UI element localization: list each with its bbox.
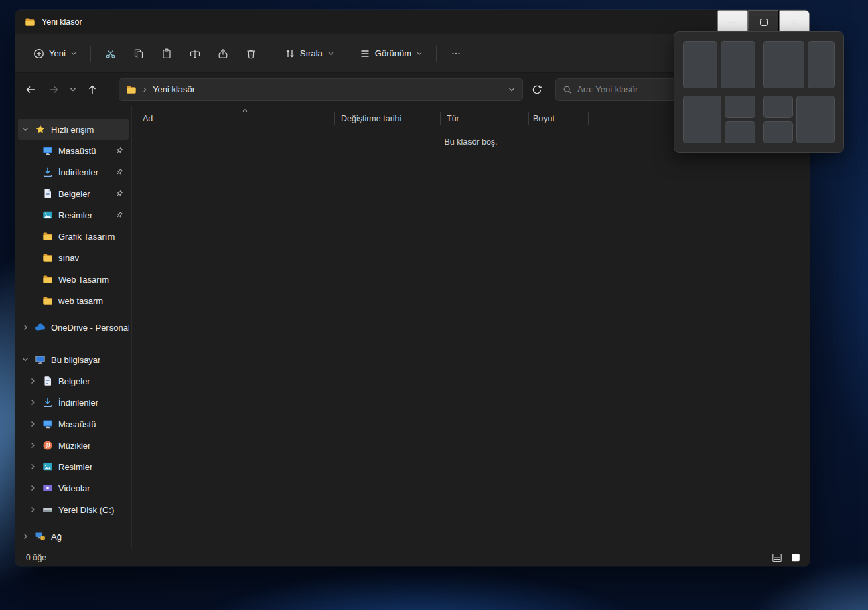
share-button[interactable] [210, 42, 236, 65]
snap-zone-top-left[interactable] [763, 96, 794, 118]
new-button[interactable]: Yeni [26, 42, 84, 65]
status-bar: 0 öğe [15, 548, 810, 566]
sort-button[interactable]: Sırala [277, 42, 342, 65]
address-bar[interactable]: Yeni klasör [119, 78, 523, 101]
snap-zone-left[interactable] [763, 41, 804, 88]
music-icon [42, 440, 53, 451]
sidebar-item-sinav[interactable]: sınav [18, 247, 129, 269]
chevron-right-icon[interactable] [29, 398, 37, 406]
sidebar-spacer [15, 311, 131, 317]
column-header-size[interactable]: Boyut [529, 106, 588, 131]
chevron-right-icon[interactable] [21, 323, 29, 331]
chevron-right-icon [141, 86, 148, 93]
copy-icon [133, 48, 144, 59]
chevron-down-icon[interactable] [21, 125, 29, 133]
sidebar-item-pictures-pinned[interactable]: Resimler [18, 204, 129, 226]
sidebar-item-pc-local-disk-c[interactable]: Yerel Disk (C:) [18, 499, 129, 520]
chevron-right-icon[interactable] [29, 463, 37, 471]
trash-icon [246, 48, 257, 59]
up-button[interactable] [81, 78, 104, 101]
sidebar-item-pc-videos[interactable]: Videolar [18, 477, 129, 499]
sidebar-item-network[interactable]: Ağ [18, 526, 129, 547]
breadcrumb[interactable]: Yeni klasör [153, 84, 195, 94]
rename-button[interactable] [182, 42, 208, 65]
chevron-down-icon[interactable] [21, 356, 29, 364]
file-list-area[interactable]: Ad Değiştirme tarihi Tür Boyut Bu klasör… [132, 106, 810, 548]
refresh-button[interactable] [526, 78, 549, 101]
column-divider[interactable] [588, 112, 589, 125]
paste-button[interactable] [153, 42, 180, 65]
sidebar-item-documents-pinned[interactable]: Belgeler [18, 183, 129, 204]
snap-layout-wide-left-narrow-right[interactable] [763, 41, 835, 88]
sidebar-item-grafik-tasarim[interactable]: Grafik Tasarım [18, 226, 129, 247]
sidebar-item-pc-documents[interactable]: Belgeler [18, 370, 129, 392]
sidebar-spacer [15, 338, 131, 349]
sidebar-item-web-tasarm[interactable]: web tasarm [18, 290, 129, 311]
downloads-icon [42, 167, 53, 177]
sidebar-item-desktop-pinned[interactable]: Masaüstü [18, 140, 129, 161]
chevron-right-icon[interactable] [29, 420, 37, 428]
sidebar-item-label: Resimler [58, 210, 92, 220]
clipboard-icon [161, 48, 172, 59]
pin-icon [115, 210, 129, 220]
chevron-right-icon[interactable] [29, 484, 37, 492]
window-body: Hızlı erişim Masaüstü İndirilenler Belge… [15, 106, 810, 548]
recent-locations-button[interactable] [65, 78, 81, 101]
chevron-placeholder [29, 189, 37, 198]
sidebar-item-pc-music[interactable]: Müzikler [18, 435, 129, 456]
snap-zone-right[interactable] [796, 96, 835, 143]
chevron-right-icon[interactable] [21, 532, 29, 540]
maximize-button[interactable] [748, 10, 779, 34]
sidebar-item-web-tasarim[interactable]: Web Tasarım [18, 269, 129, 290]
snap-zone-left[interactable] [683, 96, 721, 143]
view-button[interactable]: Görünüm [352, 42, 430, 65]
sidebar-item-label: Bu bilgisayar [51, 355, 100, 365]
details-view-button[interactable] [770, 551, 784, 564]
minimize-button[interactable] [717, 10, 748, 34]
sidebar-item-pc-downloads[interactable]: İndirilenler [18, 392, 129, 413]
snap-zone-bottom-right[interactable] [725, 121, 755, 143]
this-pc-icon [35, 354, 46, 365]
sidebar-item-label: Videolar [58, 483, 90, 493]
snap-zone-left[interactable] [683, 41, 717, 88]
snap-zone-bottom-left[interactable] [763, 121, 794, 143]
sidebar-item-downloads-pinned[interactable]: İndirilenler [18, 161, 129, 183]
folder-icon [42, 295, 53, 306]
sidebar-item-quick-access[interactable]: Hızlı erişim [18, 119, 129, 140]
snap-zone-right[interactable] [808, 41, 835, 88]
snap-layout-two-equal-columns[interactable] [683, 41, 755, 88]
column-header-date-modified[interactable]: Değiştirme tarihi [335, 106, 440, 131]
forward-button[interactable] [42, 78, 65, 101]
downloads-icon [42, 397, 53, 408]
chevron-right-icon[interactable] [29, 506, 37, 514]
documents-icon [42, 188, 53, 199]
chevron-down-icon[interactable] [508, 86, 516, 94]
sidebar-item-this-pc[interactable]: Bu bilgisayar [18, 349, 129, 370]
sidebar-item-label: web tasarm [58, 296, 103, 306]
sidebar-item-onedrive[interactable]: OneDrive - Personal [18, 317, 129, 338]
snap-layout-stacked-left-tall-right[interactable] [763, 96, 835, 143]
chevron-right-icon[interactable] [29, 441, 37, 449]
desktop-icon [42, 145, 53, 156]
close-button[interactable] [779, 10, 810, 34]
snap-layout-tall-left-stacked-right[interactable] [683, 96, 755, 143]
snap-zone-top-right[interactable] [725, 96, 755, 118]
snap-zone-right[interactable] [721, 41, 755, 88]
cut-button[interactable] [97, 42, 124, 65]
chevron-placeholder [29, 168, 37, 176]
more-options-button[interactable] [443, 42, 469, 65]
column-header-name[interactable]: Ad [143, 106, 334, 131]
chevron-down-icon [416, 50, 423, 57]
large-icons-view-button[interactable] [788, 551, 803, 564]
sidebar-item-pc-desktop[interactable]: Masaüstü [18, 413, 129, 435]
chevron-right-icon[interactable] [29, 377, 37, 385]
sidebar-item-pc-pictures[interactable]: Resimler [18, 456, 129, 477]
chevron-down-icon [70, 50, 77, 57]
chevron-down-icon [328, 50, 334, 57]
copy-button[interactable] [125, 42, 152, 65]
delete-button[interactable] [238, 42, 265, 65]
sort-button-label: Sırala [300, 48, 323, 58]
title-bar[interactable]: Yeni klasör [15, 10, 810, 34]
column-header-type[interactable]: Tür [441, 106, 528, 131]
back-button[interactable] [19, 78, 42, 101]
